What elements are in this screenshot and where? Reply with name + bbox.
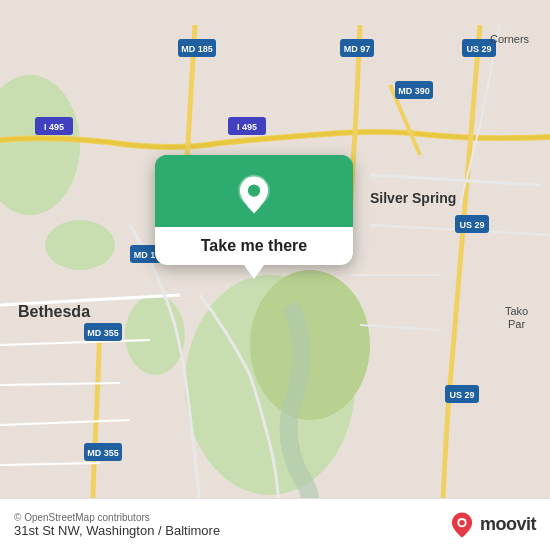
svg-text:US 29: US 29 <box>466 44 491 54</box>
svg-text:Silver Spring: Silver Spring <box>370 190 456 206</box>
svg-text:Tako: Tako <box>505 305 528 317</box>
bottom-left-info: © OpenStreetMap contributors 31st St NW,… <box>14 512 220 538</box>
svg-text:Corners: Corners <box>490 33 530 45</box>
svg-text:MD 355: MD 355 <box>87 328 119 338</box>
moovit-logo[interactable]: moovit <box>448 511 536 539</box>
svg-text:US 29: US 29 <box>459 220 484 230</box>
svg-text:MD 97: MD 97 <box>344 44 371 54</box>
bottom-bar: © OpenStreetMap contributors 31st St NW,… <box>0 498 550 550</box>
svg-text:MD 355: MD 355 <box>87 448 119 458</box>
svg-text:I 495: I 495 <box>44 122 64 132</box>
popup-icon-area <box>155 155 353 227</box>
location-label: 31st St NW, Washington / Baltimore <box>14 523 220 538</box>
map-pin-icon <box>232 173 276 217</box>
svg-text:US 29: US 29 <box>449 390 474 400</box>
map-container: I 495 I 495 MD 185 MD 97 MD 390 US 29 US… <box>0 0 550 550</box>
svg-point-4 <box>45 220 115 270</box>
location-popup[interactable]: Take me there <box>155 155 353 265</box>
svg-point-44 <box>248 184 260 196</box>
map-attribution: © OpenStreetMap contributors <box>14 512 220 523</box>
take-me-there-button[interactable]: Take me there <box>155 227 353 265</box>
map-svg: I 495 I 495 MD 185 MD 97 MD 390 US 29 US… <box>0 0 550 550</box>
svg-text:Par: Par <box>508 318 525 330</box>
svg-text:I 495: I 495 <box>237 122 257 132</box>
svg-point-46 <box>459 519 464 524</box>
svg-text:Bethesda: Bethesda <box>18 303 90 320</box>
moovit-brand-name: moovit <box>480 514 536 535</box>
moovit-icon <box>448 511 476 539</box>
svg-text:MD 390: MD 390 <box>398 86 430 96</box>
svg-text:MD 185: MD 185 <box>181 44 213 54</box>
